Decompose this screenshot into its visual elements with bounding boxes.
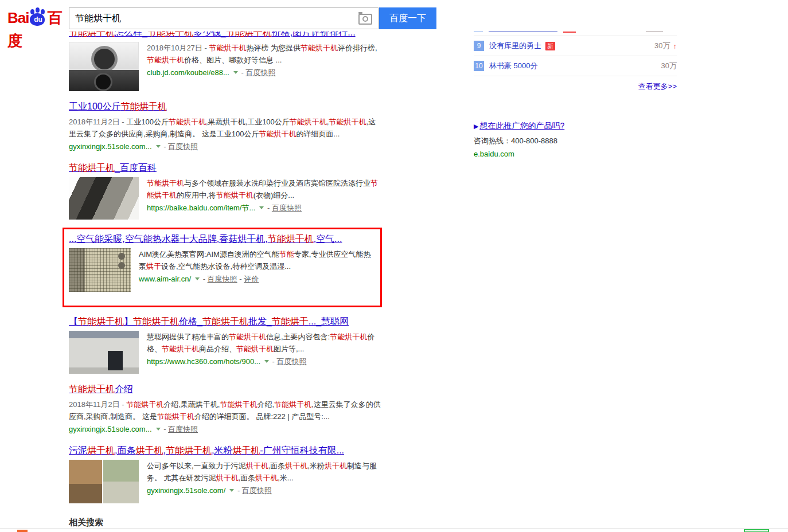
- text-segment: ,面条: [115, 445, 135, 455]
- text-segment: 烘干机: [246, 461, 268, 470]
- text-segment: 工业100公斤: [69, 101, 121, 111]
- result-thumbnail[interactable]: [69, 248, 131, 292]
- baidu-snapshot-link[interactable]: 百度快照: [168, 425, 198, 433]
- trend-up-icon: ↑: [673, 42, 677, 50]
- text-segment: 2018年11月2日 -: [69, 118, 126, 126]
- text-segment: 介绍,: [257, 400, 274, 409]
- result-body: 2018年11月2日 - 工业100公斤节能烘干机,果蔬烘干机,工业100公斤节…: [69, 116, 381, 152]
- related-searches: 相关搜索 小型烘干机价格表小型烘干机被单节能烘干箱佛香烘干机工业100公斤节能烘…: [69, 517, 381, 532]
- related-searches-heading: 相关搜索: [69, 517, 381, 528]
- dropdown-caret-icon[interactable]: [259, 206, 264, 209]
- result-title-link[interactable]: 节能烘干机介绍: [69, 383, 133, 395]
- text-segment: 节能烘干机: [220, 400, 257, 409]
- dropdown-caret-icon[interactable]: [264, 360, 269, 363]
- baidu-paw-icon: du: [29, 8, 46, 28]
- hot-item-link[interactable]: 林书豪 5000分: [489, 61, 538, 71]
- hot-item-link[interactable]: 没有库里的勇士: [489, 41, 541, 51]
- result-text: AIM澳亿美热泵官网:AIM源自澳洲的空气能节能专家,专业供应空气能热泵烘干设备…: [139, 248, 375, 292]
- result-url: gyxinxingjx.51sole.com/: [147, 486, 225, 495]
- search-header: Baidu百度 百度一下: [0, 0, 788, 32]
- hot-list-item[interactable]: 10林书豪 5000分30万: [474, 56, 677, 76]
- text-segment: 烘干机: [135, 445, 163, 455]
- result-title-link[interactable]: ...空气能采暖,空气能热水器十大品牌,香菇烘干机,节能烘干机,空气...: [69, 233, 342, 245]
- result-thumbnail[interactable]: [69, 42, 139, 91]
- view-more-link[interactable]: 查看更多>>: [638, 82, 677, 91]
- dropdown-caret-icon[interactable]: [156, 428, 161, 431]
- search-result: ...空气能采暖,空气能热水器十大品牌,香菇烘干机,节能烘干机,空气...AIM…: [69, 233, 375, 292]
- result-thumbnail[interactable]: [69, 177, 139, 220]
- search-button[interactable]: 百度一下: [379, 7, 436, 29]
- baidu-snapshot-link[interactable]: 百度快照: [272, 204, 302, 212]
- text-segment: 】: [124, 316, 133, 326]
- text-segment: 节能烘干机: [229, 332, 266, 341]
- promo-hotline: 咨询热线：400-800-8888: [474, 136, 677, 146]
- review-link[interactable]: 评价: [244, 275, 259, 283]
- result-url-line: gyxinxingjx.51sole.com... - 百度快照: [69, 140, 381, 152]
- text-segment: -广州守恒科技有限...: [260, 445, 344, 455]
- result-title-link[interactable]: 污泥烘干机,面条烘干机,节能烘干机,米粉烘干机-广州守恒科技有限...: [69, 444, 344, 456]
- separator: -: [239, 68, 246, 77]
- camera-icon[interactable]: [358, 14, 372, 25]
- text-segment: 公司多年以来,一直致力于污泥: [147, 461, 246, 470]
- result-snippet: 2018年11月2日 - 节能烘干机介绍,果蔬烘干机,节能烘干机介绍,节能烘干机…: [69, 398, 381, 423]
- text-segment: 节能烘干机: [121, 101, 167, 111]
- baidu-logo[interactable]: Baidu百度: [7, 6, 65, 29]
- text-segment: 节能烘干机: [259, 130, 297, 138]
- text-segment: 【: [69, 316, 78, 326]
- result-url-line: www.aim-air.cn/ - 百度快照 - 评价: [139, 273, 375, 285]
- text-segment: 节能烘干机: [157, 412, 194, 421]
- text-segment: 节能烘干机: [69, 163, 115, 173]
- search-result: 【节能烘干机】节能烘干机价格_节能烘干机批发_节能烘干..._慧聪网慧聪网提供了…: [69, 315, 381, 374]
- hot-count: 30万: [661, 61, 677, 71]
- highlight-box: ...空气能采暖,空气能热水器十大品牌,香菇烘干机,节能烘干机,空气...AIM…: [63, 228, 382, 307]
- result-title-link[interactable]: 【节能烘干机】节能烘干机价格_节能烘干机批发_节能烘干..._慧聪网: [69, 315, 349, 327]
- text-segment: 节能烘干机: [236, 345, 274, 353]
- text-segment: 节能烘干机: [162, 345, 199, 353]
- promo-domain: e.baidu.com: [474, 150, 677, 158]
- text-segment: AIM澳亿美热泵官网:AIM源自澳洲的空气能: [139, 250, 279, 259]
- search-result: 节能烘干机介绍2018年11月2日 - 节能烘干机介绍,果蔬烘干机,节能烘干机介…: [69, 383, 381, 435]
- text-segment: 的详细页面...: [297, 130, 340, 138]
- baidu-snapshot-link[interactable]: 百度快照: [168, 142, 198, 151]
- dropdown-caret-icon[interactable]: [233, 71, 238, 74]
- dropdown-caret-icon[interactable]: [156, 145, 161, 148]
- text-segment: 介绍: [115, 384, 133, 394]
- hot-list: 9没有库里的勇士新30万↑10林书豪 5000分30万: [474, 36, 677, 76]
- rank-badge: 9: [474, 41, 484, 51]
- new-badge: 新: [545, 42, 555, 50]
- promo-link[interactable]: 想在此推广您的产品吗?: [479, 121, 564, 130]
- text-segment: 节能烘干机: [330, 332, 367, 341]
- hot-list-item[interactable]: 9没有库里的勇士新30万↑: [474, 36, 677, 56]
- text-segment: 设备,空气能热水设备,特种空调及温湿...: [161, 262, 291, 271]
- result-title-link[interactable]: 节能烘干机_百度百科: [69, 162, 157, 174]
- dropdown-caret-icon[interactable]: [229, 489, 234, 492]
- dropdown-caret-icon[interactable]: [195, 277, 200, 280]
- text-segment: 批发_: [248, 316, 272, 326]
- text-segment: 的应用中,将: [177, 191, 216, 200]
- result-title-link[interactable]: 工业100公斤节能烘干机: [69, 100, 167, 112]
- result-body: 公司多年以来,一直致力于污泥烘干机,面条烘干机,米粉烘干机制造与服务。 尤其在研…: [69, 460, 381, 503]
- hot-count: 30万: [654, 41, 670, 51]
- separator: -: [162, 142, 169, 151]
- text-segment: 2018年10月27日 -: [147, 44, 209, 52]
- text-segment: 烘干机: [325, 461, 347, 470]
- baidu-snapshot-link[interactable]: 百度快照: [208, 275, 237, 283]
- page-bottom-divider: [0, 529, 788, 529]
- baidu-snapshot-link[interactable]: 百度快照: [242, 486, 272, 495]
- text-segment: 介绍的详细页面。 品牌:222 | 产品型号:...: [194, 412, 330, 421]
- result-thumbnail[interactable]: [69, 460, 139, 503]
- baidu-snapshot-link[interactable]: 百度快照: [245, 68, 275, 77]
- result-body: 2018年10月27日 - 节能烘干机热评榜 为您提供节能烘干机评价排行榜,节能…: [69, 42, 381, 91]
- text-segment: ..._慧聪网: [309, 316, 349, 326]
- baidu-snapshot-link[interactable]: 百度快照: [277, 357, 307, 366]
- result-thumbnail[interactable]: [69, 331, 139, 374]
- text-segment: 商品介绍、: [199, 345, 236, 353]
- result-snippet: 2018年11月2日 - 工业100公斤节能烘干机,果蔬烘干机,工业100公斤节…: [69, 116, 381, 140]
- text-segment: _百度百科: [115, 163, 157, 173]
- separator: -: [201, 275, 208, 283]
- result-url-line: https://www.hc360.com/hots/900... - 百度快照: [147, 355, 381, 367]
- text-segment: ,米...: [278, 474, 293, 482]
- text-segment: 烘干机: [232, 445, 260, 455]
- search-input[interactable]: [69, 8, 378, 29]
- text-segment: 评价排行榜,: [338, 44, 377, 52]
